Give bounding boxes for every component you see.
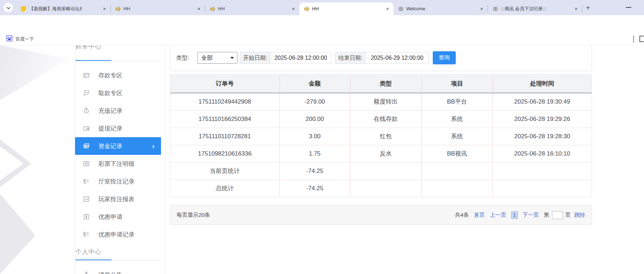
table-row: 17511101107282813.00红包系统2025-06-28 19:28… — [170, 128, 592, 145]
partial-cutoff-icon[interactable] — [639, 36, 644, 42]
jump-page-input[interactable] — [552, 211, 563, 219]
sidebar-item-label: 玩家投注报表 — [98, 195, 134, 203]
filter-bar: 类型: 全部 开始日期: 结束日期: 查询 — [170, 45, 592, 71]
tab-title: HH — [312, 2, 382, 15]
sidebar-item-withdraw[interactable]: 取款专区 — [75, 84, 161, 102]
tab-close-icon[interactable]: ✕ — [478, 6, 485, 12]
next-page-link[interactable]: 下一页 — [523, 211, 539, 219]
jump-suffix: 页 — [565, 211, 571, 219]
sidebar-item-deposit[interactable]: 存款专区 — [75, 66, 161, 84]
sidebar-item-label: 取款专区 — [98, 89, 122, 97]
start-date-input[interactable] — [270, 52, 331, 64]
table-cell — [421, 162, 493, 180]
sidebar-item-label: 彩票下注明细 — [98, 160, 134, 168]
table-cell: 系统 — [421, 128, 493, 145]
pagination-bar: 每页显示20条 共4条 首页 上一页 1 下一页 第 页 跳转 — [170, 205, 592, 225]
sidebar-item-label: 优惠申请 — [98, 213, 122, 221]
tab-close-icon[interactable]: ✕ — [196, 6, 202, 12]
cashout-icon — [83, 125, 90, 132]
sidebar-section-finance: 财务中心 — [75, 45, 102, 51]
table-cell: 1751110249442908 — [170, 93, 280, 110]
table-cell — [350, 180, 421, 197]
funds-table-wrap: 订单号金额类型项目处理时间 1751110249442908-279.00额度转… — [170, 74, 592, 197]
browser-tab-5[interactable]: Welcome✕ — [393, 2, 488, 15]
table-cell — [493, 162, 592, 180]
sidebar-menu: 存款专区取款专区¥充值记录提现记录资金记录›彩票下注明细厅室投注记录玩家投注报表… — [75, 66, 161, 243]
new-tab-button[interactable]: + — [583, 3, 593, 12]
sidebar-item-label: 提现记录 — [98, 124, 122, 133]
bookmark-baidu[interactable]: 百度一下 — [4, 34, 36, 44]
table-cell: 当前页统计 — [170, 162, 280, 180]
sidebar-item-list[interactable]: 厅室投注记录 — [75, 173, 161, 190]
table-cell: 2025-06-28 16:10:10 — [493, 145, 592, 162]
per-page-text: 每页显示20条 — [177, 211, 210, 219]
sidebar-item-messages[interactable]: 消息公告 — [75, 265, 161, 274]
table-cell — [350, 162, 421, 180]
table-cell: 2025-06-28 19:28:30 — [493, 128, 592, 145]
column-header: 类型 — [350, 75, 421, 93]
first-page-link[interactable]: 首页 — [474, 211, 485, 219]
table-cell: 1751110166250384 — [170, 110, 280, 128]
sidebar-item-funds[interactable]: 资金记录› — [75, 137, 161, 155]
table-cell: BB视讯 — [421, 145, 493, 162]
tab-close-icon[interactable]: ✕ — [290, 6, 297, 12]
browser-toolbar: ← → yl756.com/hhcp/usercenter.html?iniTy… — [0, 15, 644, 33]
table-cell: 3.00 — [280, 128, 350, 145]
tab-separator — [582, 5, 582, 12]
bookmarks-bar: 百度一下 — [0, 33, 644, 45]
table-cell: 系统 — [421, 110, 493, 128]
page-viewport: 财务中心 存款专区取款专区¥充值记录提现记录资金记录›彩票下注明细厅室投注记录玩… — [0, 45, 644, 274]
decorative-triangle — [0, 194, 35, 274]
column-header: 金额 — [280, 75, 350, 93]
sidebar-item-cashout[interactable]: 提现记录 — [75, 119, 161, 137]
funds-icon — [83, 142, 90, 150]
table-cell — [493, 180, 592, 197]
sidebar-item-list[interactable]: 优惠申请记录 — [75, 226, 161, 243]
tab-close-icon[interactable]: ✕ — [101, 6, 108, 12]
table-row: 总统计-74.25 — [170, 180, 592, 197]
sidebar-item-recharge[interactable]: ¥充值记录 — [75, 102, 161, 119]
search-button[interactable]: 查询 — [433, 51, 456, 64]
sidebar-item-lottery[interactable]: 彩票下注明细 — [75, 155, 161, 173]
table-row: 17510982106163361.75反水BB视讯2025-06-28 16:… — [170, 145, 592, 162]
baidu-paw-icon — [6, 35, 12, 43]
person-icon — [83, 270, 90, 274]
tab-close-icon[interactable]: ✕ — [384, 6, 391, 12]
jump-prefix: 第 — [544, 211, 550, 219]
hh-gold-favicon — [304, 6, 310, 12]
sidebar-right-divider — [165, 45, 165, 274]
browser-tab-2[interactable]: HH✕ — [111, 2, 205, 15]
table-cell: 200.00 — [280, 110, 350, 128]
table-cell: BB平台 — [421, 93, 493, 110]
type-label: 类型: — [176, 52, 189, 64]
sidebar-item-promo[interactable]: 优惠申请 — [75, 208, 161, 226]
sidebar-item-label: 充值记录 — [98, 107, 122, 115]
current-page[interactable]: 1 — [511, 211, 518, 219]
prev-page-link[interactable]: 上一页 — [490, 211, 506, 219]
bookmark-label: 百度一下 — [16, 36, 34, 42]
browser-tab-3[interactable]: HH✕ — [205, 2, 299, 15]
tab-search-button[interactable] — [4, 3, 13, 12]
sidebar-item-label: 消息公告 — [98, 271, 122, 274]
table-cell: 1751098210616336 — [170, 145, 280, 162]
tab-strip: 【新提醒】海燕策略论坛纟✕HH✕HH✕HH✕Welcome✕:::视讯 会员下注… — [0, 0, 644, 15]
browser-tab-6[interactable]: :::视讯 会员下注纪录:::✕ — [488, 2, 582, 15]
list-icon — [83, 178, 90, 185]
deposit-icon — [83, 72, 90, 79]
browser-tab-1[interactable]: 【新提醒】海燕策略论坛纟✕ — [16, 2, 110, 15]
lottery-icon — [83, 160, 90, 167]
end-date-label: 结束日期: — [335, 52, 366, 64]
table-cell: 1.75 — [280, 145, 350, 162]
decorative-triangle-outline — [0, 138, 31, 187]
table-cell: 在线存款 — [350, 110, 421, 128]
sidebar-item-report[interactable]: 玩家投注报表 — [75, 190, 161, 208]
tab-strip-tabs: 【新提醒】海燕策略论坛纟✕HH✕HH✕HH✕Welcome✕:::视讯 会员下注… — [16, 2, 582, 15]
tab-close-icon[interactable]: ✕ — [573, 6, 579, 12]
note-favicon — [21, 6, 27, 12]
jump-button[interactable]: 跳转 — [574, 211, 585, 219]
type-select[interactable]: 全部 — [197, 52, 237, 64]
end-date-input[interactable] — [366, 52, 429, 64]
minimize-button[interactable] — [626, 7, 631, 8]
hh-gold-favicon — [209, 6, 215, 12]
browser-tab-4[interactable]: HH✕ — [299, 2, 393, 15]
